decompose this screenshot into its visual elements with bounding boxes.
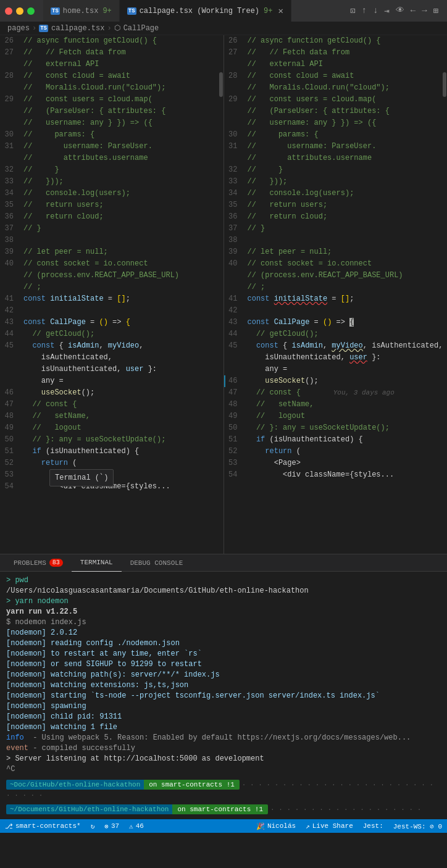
- error-count: 37: [111, 822, 119, 830]
- code-line-49-r: 49 // logout: [224, 411, 448, 422]
- status-user[interactable]: 🎉 Nicolás: [251, 819, 301, 833]
- term-dots-2: · · · · · · · · · · · · · · · · · · ·: [270, 806, 421, 813]
- left-code-content: 26// async function getCloud() { 27// //…: [0, 35, 224, 493]
- status-jest-ws[interactable]: Jest-WS: ⊘ 0: [388, 819, 447, 833]
- status-bar: ⎇ smart-contracts* ↻ ⊗ 37 ⚠ 46 🎉 Nicolás…: [0, 819, 447, 833]
- warning-count: 46: [136, 822, 144, 830]
- term-line-nodemon9: [nodemon] child pid: 91311: [6, 712, 441, 722]
- code-line-37-l: 37// }: [0, 223, 224, 235]
- term-line-nodemon1: [nodemon] 2.0.12: [6, 628, 441, 638]
- term-line-info: info - Using webpack 5. Reason: Enabled …: [6, 733, 441, 743]
- sync-icon: ↻: [91, 822, 95, 830]
- word-wrap-button[interactable]: ⇥: [383, 4, 390, 17]
- back-button[interactable]: ←: [409, 4, 417, 17]
- code-line-32-r: 32// }: [224, 164, 448, 176]
- code-line-37-r: 37// }: [224, 223, 448, 235]
- code-line-28-l: 28// const cloud = await: [0, 70, 224, 82]
- term-line-nodemon5: [nodemon] watching path(s): server/**/* …: [6, 670, 441, 680]
- status-warnings[interactable]: ⚠ 46: [124, 819, 149, 833]
- term-line-ctrl: ^C: [6, 764, 441, 775]
- titlebar: TS home.tsx 9+ TS callpage.tsx (Working …: [0, 0, 447, 22]
- code-line-45c-l: isUnauthenticated, user }:: [0, 364, 224, 375]
- code-line-27b-r: // external API: [224, 59, 448, 70]
- term-line-nodemon4: [nodemon] or send SIGHUP to 91299 to res…: [6, 659, 441, 670]
- code-line-45c-r: any =: [224, 364, 448, 375]
- maximize-button[interactable]: [27, 7, 35, 15]
- breadcrumb-file[interactable]: callpage.tsx: [51, 24, 104, 33]
- code-line-40b-l: // (process.env.REACT_APP_BASE_URL): [0, 270, 224, 282]
- breadcrumb: pages › TS callpage.tsx › ⬡ CallPage: [0, 22, 447, 35]
- code-line-26-r: 26// async function getCloud() {: [224, 35, 448, 47]
- term-line-pwd: /Users/nicolasguascasantamaria/Documents…: [6, 586, 441, 596]
- code-line-43-r: 43const CallPage = () => {: [224, 317, 448, 328]
- code-line-44-r: 44 // getCloud();: [224, 328, 448, 340]
- close-button[interactable]: [5, 7, 12, 15]
- layout-button[interactable]: ⊞: [432, 4, 440, 17]
- terminal-tooltip: Terminal (`): [49, 469, 114, 486]
- term-line-yarn: yarn run v1.22.5: [6, 607, 441, 617]
- code-line-29-l: 29// const users = cloud.map(: [0, 94, 224, 106]
- panel-tab-bar: PROBLEMS 83 TERMINAL DEBUG CONSOLE: [0, 554, 447, 572]
- status-branch[interactable]: ⎇ smart-contracts*: [0, 819, 86, 833]
- code-line-45d-l: any =: [0, 375, 224, 387]
- preview-button[interactable]: 👁: [395, 4, 406, 17]
- code-line-53-r: 53 <Page>: [224, 457, 448, 469]
- term-line-nodemon3: [nodemon] to restart at any time, enter …: [6, 649, 441, 659]
- term-line-nodemon2: [nodemon] reading config ./nodemon.json: [6, 638, 441, 649]
- branch-name: smart-contracts*: [15, 822, 81, 830]
- tab-callpage[interactable]: TS callpage.tsx (Working Tree) 9+ ✕: [120, 0, 291, 22]
- navigate-down-button[interactable]: ↓: [372, 4, 379, 17]
- code-line-41-l: 41const initialState = [];: [0, 293, 224, 305]
- right-scrollbar[interactable]: [442, 35, 447, 554]
- ts-icon: TS: [51, 7, 60, 15]
- tab-callpage-badge: 9+: [264, 7, 272, 15]
- code-line-48-r: 48 // setName,: [224, 399, 448, 411]
- terminal-content[interactable]: > pwd /Users/nicolasguascasantamaria/Doc…: [0, 572, 447, 819]
- code-line-29c-r: // username: any } }) => ({: [224, 117, 448, 129]
- term-line-prompt1: > pwd: [6, 575, 441, 586]
- code-line-50-r: 50 // }: any = useSocketUpdate();: [224, 422, 448, 434]
- code-line-51-r: 51 if (isUnauthenticated) {: [224, 434, 448, 446]
- navigate-up-button[interactable]: ↑: [361, 4, 368, 17]
- right-editor-pane: 26// async function getCloud() { 27// //…: [224, 35, 448, 554]
- tab-terminal[interactable]: TERMINAL: [72, 554, 122, 572]
- status-jest[interactable]: Jest:: [358, 819, 388, 833]
- breadcrumb-pages[interactable]: pages: [7, 24, 30, 33]
- status-errors[interactable]: ⊗ 37: [99, 819, 124, 833]
- code-line-30-r: 30// params: {: [224, 129, 448, 141]
- code-line-31b-l: // attributes.username: [0, 152, 224, 164]
- tab-home[interactable]: TS home.tsx 9+: [43, 0, 120, 22]
- tab-home-badge: 9+: [102, 7, 111, 15]
- status-sync[interactable]: ↻: [86, 819, 100, 833]
- term-cwd-1: ~Doc/GitHub/eth-online-hackathon: [6, 780, 144, 790]
- editor-container: 26// async function getCloud() { 27// //…: [0, 35, 447, 554]
- tab-bar: TS home.tsx 9+ TS callpage.tsx (Working …: [43, 0, 442, 22]
- minimize-button[interactable]: [16, 7, 23, 15]
- tab-callpage-label: callpage.tsx (Working Tree): [140, 7, 259, 15]
- code-line-49-l: 49 // logout: [0, 422, 224, 434]
- code-line-31-l: 31// username: ParseUser.: [0, 141, 224, 152]
- breadcrumb-sep2: ›: [107, 24, 111, 33]
- breadcrumb-callpage[interactable]: CallPage: [123, 24, 159, 33]
- left-scroll-thumb[interactable]: [219, 72, 223, 97]
- code-line-42-l: 42: [0, 305, 224, 317]
- right-scroll-thumb[interactable]: [443, 72, 446, 97]
- left-scrollbar[interactable]: [219, 35, 224, 554]
- terminal-block-2: ~/Documents/GitHub/eth-online-hackathono…: [6, 804, 441, 815]
- branch-icon: ⎇: [5, 822, 13, 830]
- tab-problems[interactable]: PROBLEMS 83: [5, 554, 72, 572]
- error-icon: ⊗: [104, 822, 109, 830]
- code-line-39-l: 39// let peer = null;: [0, 246, 224, 258]
- tab-debug-console[interactable]: DEBUG CONSOLE: [122, 554, 192, 572]
- term-line-nodemon8: [nodemon] spawning: [6, 701, 441, 712]
- code-line-34-r: 34// console.log(users);: [224, 188, 448, 199]
- forward-button[interactable]: →: [420, 4, 428, 17]
- code-line-42-r: 42: [224, 305, 448, 317]
- tab-close-button[interactable]: ✕: [278, 6, 283, 16]
- liveshare-label: Live Share: [312, 822, 353, 830]
- code-line-40c-r: // ;: [224, 282, 448, 293]
- code-line-34-l: 34// console.log(users);: [0, 188, 224, 199]
- status-liveshare[interactable]: ↗ Live Share: [301, 819, 358, 833]
- user-icon: 🎉: [256, 822, 265, 830]
- split-editor-button[interactable]: ⊡: [349, 4, 356, 17]
